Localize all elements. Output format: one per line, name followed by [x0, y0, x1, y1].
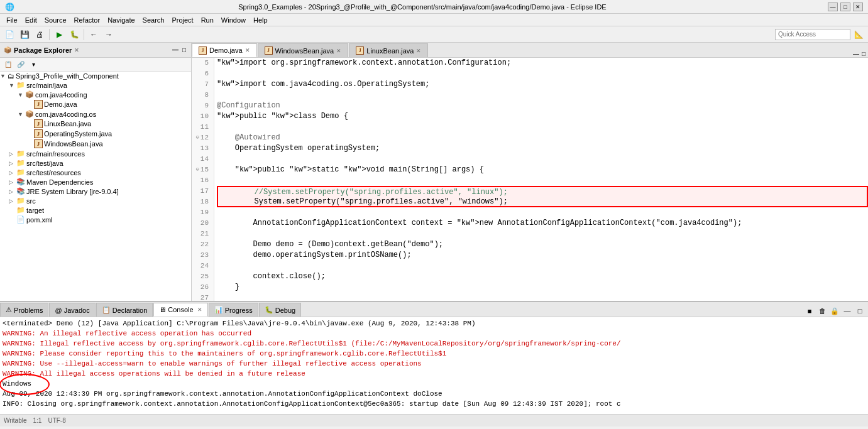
tree-label: src/test/java [26, 160, 63, 167]
bottom-panel: ⚠ Problems @ Javadoc 📋 Declaration 🖥 Con… [0, 301, 868, 414]
menu-search[interactable]: Search [139, 15, 168, 25]
tree-label: com.java4coding [35, 91, 87, 99]
tree-item[interactable]: J LinuxBean.java [0, 119, 191, 129]
tab-close[interactable]: ✕ [336, 48, 341, 54]
tab-progress[interactable]: 📊 Progress [209, 303, 258, 317]
tree-arrow: ▷ [9, 160, 16, 166]
editor-tabs-minimize[interactable]: — [853, 50, 859, 57]
editor-tab-WindowsBean-java[interactable]: J WindowsBean.java ✕ [258, 43, 349, 57]
tree-item[interactable]: ▷ 📁 src [0, 196, 191, 205]
tab-close[interactable]: ✕ [416, 48, 421, 54]
line-number-17: 17 [194, 186, 211, 197]
minimize-button[interactable]: — [828, 3, 838, 11]
forward-button[interactable]: → [102, 28, 116, 41]
menu-edit[interactable]: Edit [21, 15, 41, 25]
tree-item[interactable]: 📁 target [0, 205, 191, 215]
pe-minimize-btn[interactable]: — [171, 46, 180, 54]
tree-label: Maven Dependencies [26, 178, 93, 186]
tree-item[interactable]: ▷ 📁 src/test/java [0, 158, 191, 168]
tree-icon: J [34, 139, 43, 148]
tree-item[interactable]: J WindowsBean.java [0, 139, 191, 149]
debug-button[interactable]: 🐛 [67, 28, 81, 41]
pe-link-btn[interactable]: 🔗 [15, 59, 26, 70]
menu-refactor[interactable]: Refactor [70, 15, 104, 25]
toolbar-sep-1 [49, 29, 50, 40]
tree-icon: 📁 [16, 197, 25, 205]
console-maximize-btn[interactable]: □ [854, 305, 865, 317]
fold-arrow[interactable]: ⊖ [195, 133, 199, 143]
close-button[interactable]: ✕ [853, 3, 863, 11]
editor-tab-Demo-java[interactable]: J Demo.java ✕ [192, 43, 257, 57]
quick-access-input[interactable] [775, 29, 850, 40]
tree-arrow: ▷ [9, 151, 16, 157]
tree-item[interactable]: ▷ 📁 src/test/resources [0, 168, 191, 177]
tab-debug[interactable]: 🐛 Debug [259, 303, 301, 317]
line-number-13: 13 [194, 143, 211, 154]
line-number-27: 27 [194, 293, 211, 301]
menu-help[interactable]: Help [250, 15, 272, 25]
perspective-button[interactable]: 📐 [852, 28, 865, 41]
new-button[interactable]: 📄 [3, 28, 16, 41]
tree-icon: 📁 [16, 149, 25, 158]
tree-item[interactable]: ▷ 📚 Maven Dependencies [0, 177, 191, 187]
console-header: <terminated> Demo (12) [Java Application… [3, 318, 865, 329]
console-minimize-btn[interactable]: — [842, 305, 853, 317]
tree-label: OperatingSystem.java [44, 130, 112, 138]
run-button[interactable]: ▶ [52, 28, 66, 41]
tree-item[interactable]: ▼ 📁 src/main/java [0, 80, 191, 90]
tab-javadoc[interactable]: @ Javadoc [49, 303, 95, 317]
console-output[interactable]: <terminated> Demo (12) [Java Application… [0, 317, 868, 414]
menu-navigate[interactable]: Navigate [104, 15, 138, 25]
editor-tabs-maximize[interactable]: □ [862, 50, 865, 57]
fold-arrow[interactable]: ⊖ [195, 165, 199, 175]
menu-project[interactable]: Project [168, 15, 197, 25]
pe-maximize-btn[interactable]: □ [181, 46, 187, 54]
line-number-11: 11 [194, 122, 211, 133]
editor-tab-LinuxBean-java[interactable]: J LinuxBean.java ✕ [349, 43, 428, 57]
tree-item[interactable]: ▷ 📚 JRE System Library [jre-9.0.4] [0, 187, 191, 196]
tab-label: LinuxBean.java [366, 47, 414, 55]
tree-item[interactable]: J Demo.java [0, 99, 191, 109]
menu-run[interactable]: Run [197, 15, 217, 25]
line-number-9: 9 [194, 100, 211, 111]
progress-label: Progress [225, 307, 253, 314]
tree-item[interactable]: ▼ 🗂 Spring3_Profile_with_Component [0, 72, 191, 80]
save-button[interactable]: 💾 [18, 28, 31, 41]
line-number-16: 16 [194, 175, 211, 186]
menu-file[interactable]: File [3, 15, 21, 25]
console-clear-btn[interactable]: 🗑 [816, 305, 828, 317]
pe-menu-btn[interactable]: ▾ [28, 59, 39, 70]
tree-icon: 📁 [16, 159, 25, 167]
console-tab-close[interactable]: ✕ [197, 307, 202, 313]
code-editor[interactable]: 567891011⊖121314⊖15161718192021222324252… [192, 58, 868, 301]
line-numbers: 567891011⊖121314⊖15161718192021222324252… [192, 58, 214, 301]
code-line-13: OperatingSystem operatingSystem; [217, 143, 868, 154]
menu-window[interactable]: Window [217, 15, 250, 25]
tab-close[interactable]: ✕ [245, 47, 250, 53]
console-terminate-btn[interactable]: ■ [804, 305, 815, 317]
app-icon: 🌐 [5, 3, 14, 11]
line-number-5: 5 [194, 58, 211, 68]
tree-icon: 📁 [16, 206, 25, 214]
tree-item[interactable]: 📄 pom.xml [0, 215, 191, 224]
status-position: 1:1 [33, 417, 42, 424]
tree-item[interactable]: J OperatingSystem.java [0, 129, 191, 139]
print-button[interactable]: 🖨 [33, 28, 47, 41]
code-line-8 [217, 90, 868, 100]
code-line-10: "kw">public "kw">class Demo { [217, 111, 868, 122]
menu-source[interactable]: Source [41, 15, 70, 25]
console-line-7: INFO: Closing org.springframework.contex… [3, 399, 865, 409]
console-scroll-lock-btn[interactable]: 🔒 [829, 305, 840, 317]
back-button[interactable]: ← [87, 28, 101, 41]
tree-item[interactable]: ▼ 📦 com.java4coding [0, 90, 191, 99]
tree-arrow: ▷ [9, 170, 16, 176]
declaration-label: Declaration [113, 307, 148, 314]
tab-problems[interactable]: ⚠ Problems [0, 303, 48, 317]
tab-declaration[interactable]: 📋 Declaration [96, 303, 153, 317]
pe-collapse-btn[interactable]: 📋 [3, 59, 14, 70]
maximize-button[interactable]: □ [840, 3, 850, 11]
tree-item[interactable]: ▼ 📦 com.java4coding.os [0, 109, 191, 119]
tab-console[interactable]: 🖥 Console ✕ [153, 303, 207, 317]
status-encoding: UTF-8 [48, 417, 65, 424]
tree-item[interactable]: ▷ 📁 src/main/resources [0, 149, 191, 158]
